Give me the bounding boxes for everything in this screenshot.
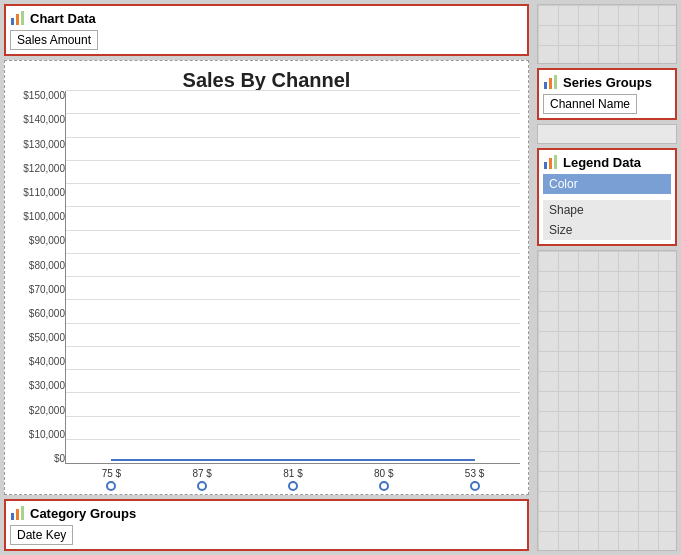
y-label-50k: $50,000 <box>9 333 65 343</box>
grid-line-5 <box>66 346 520 347</box>
series-groups-icon <box>543 74 559 90</box>
y-label-150k: $150,000 <box>9 91 65 101</box>
svg-rect-10 <box>549 158 552 169</box>
data-point-1: 75 $ <box>102 468 121 491</box>
y-axis: $0 $10,000 $20,000 $30,000 $40,000 $50,0… <box>9 91 65 464</box>
data-point-label-5: 53 $ <box>465 468 484 479</box>
grid-line-2 <box>66 416 520 417</box>
chart-data-icon <box>10 10 26 26</box>
y-label-60k: $60,000 <box>9 309 65 319</box>
data-point-dot-3 <box>288 481 298 491</box>
data-point-5: 53 $ <box>465 468 484 491</box>
legend-data-section: Legend Data Color Shape Size <box>537 148 677 246</box>
main-container: Chart Data Sales Amount Sales By Channel… <box>0 0 681 555</box>
chart-data-label: Chart Data <box>30 11 96 26</box>
svg-rect-2 <box>21 11 24 25</box>
category-groups-label: Category Groups <box>30 506 136 521</box>
svg-rect-6 <box>544 82 547 89</box>
series-groups-section: Series Groups Channel Name <box>537 68 677 120</box>
svg-rect-8 <box>554 75 557 89</box>
grid-line-9 <box>66 253 520 254</box>
data-point-label-2: 87 $ <box>192 468 211 479</box>
legend-data-header: Legend Data <box>543 154 671 170</box>
y-label-0: $0 <box>9 454 65 464</box>
chart-data-section: Chart Data Sales Amount <box>4 4 529 56</box>
series-groups-label: Series Groups <box>563 75 652 90</box>
svg-rect-9 <box>544 162 547 169</box>
grid-line-7 <box>66 299 520 300</box>
data-points-row: 75 $ 87 $ 81 $ 80 $ <box>66 468 520 491</box>
grid-line-3 <box>66 392 520 393</box>
grid-line-14 <box>66 137 520 138</box>
data-line <box>111 459 474 461</box>
y-label-80k: $80,000 <box>9 261 65 271</box>
y-label-70k: $70,000 <box>9 285 65 295</box>
category-groups-header: Category Groups <box>10 505 523 521</box>
channel-name-button[interactable]: Channel Name <box>543 94 637 114</box>
right-panel: Series Groups Channel Name Legend Data C… <box>533 0 681 555</box>
svg-rect-11 <box>554 155 557 169</box>
y-label-100k: $100,000 <box>9 212 65 222</box>
date-key-button[interactable]: Date Key <box>10 525 73 545</box>
grid-line-4 <box>66 369 520 370</box>
data-point-label-3: 81 $ <box>283 468 302 479</box>
grid-line-1 <box>66 439 520 440</box>
svg-rect-5 <box>21 506 24 520</box>
data-point-dot-5 <box>470 481 480 491</box>
grid-line-8 <box>66 276 520 277</box>
y-label-140k: $140,000 <box>9 115 65 125</box>
svg-rect-1 <box>16 14 19 25</box>
chart-inner: 75 $ 87 $ 81 $ 80 $ <box>65 91 520 464</box>
data-point-3: 81 $ <box>283 468 302 491</box>
grid-line-10 <box>66 230 520 231</box>
data-point-label-1: 75 $ <box>102 468 121 479</box>
mid-spacer <box>537 124 677 144</box>
data-point-dot-2 <box>197 481 207 491</box>
data-point-dot-4 <box>379 481 389 491</box>
grid-line-16 <box>66 90 520 91</box>
svg-rect-4 <box>16 509 19 520</box>
svg-rect-0 <box>11 18 14 25</box>
legend-data-icon <box>543 154 559 170</box>
grid-line-12 <box>66 183 520 184</box>
data-point-2: 87 $ <box>192 468 211 491</box>
svg-rect-7 <box>549 78 552 89</box>
svg-rect-3 <box>11 513 14 520</box>
grid-line-15 <box>66 113 520 114</box>
left-panel: Chart Data Sales Amount Sales By Channel… <box>0 0 533 555</box>
y-label-120k: $120,000 <box>9 164 65 174</box>
y-label-10k: $10,000 <box>9 430 65 440</box>
data-point-4: 80 $ <box>374 468 393 491</box>
data-point-label-4: 80 $ <box>374 468 393 479</box>
grid-line-6 <box>66 323 520 324</box>
legend-data-label: Legend Data <box>563 155 641 170</box>
data-point-dot-1 <box>106 481 116 491</box>
y-label-110k: $110,000 <box>9 188 65 198</box>
y-label-20k: $20,000 <box>9 406 65 416</box>
right-bottom-spacer <box>537 250 677 551</box>
y-label-40k: $40,000 <box>9 357 65 367</box>
grid-lines <box>66 91 520 463</box>
category-groups-section: Category Groups Date Key <box>4 499 529 551</box>
y-label-130k: $130,000 <box>9 140 65 150</box>
legend-item-color[interactable]: Color <box>543 174 671 194</box>
right-top-spacer <box>537 4 677 64</box>
y-label-90k: $90,000 <box>9 236 65 246</box>
series-groups-header: Series Groups <box>543 74 671 90</box>
grid-line-11 <box>66 206 520 207</box>
y-label-30k: $30,000 <box>9 381 65 391</box>
chart-area: Sales By Channel $0 $10,000 $20,000 $30,… <box>4 60 529 495</box>
sales-amount-button[interactable]: Sales Amount <box>10 30 98 50</box>
chart-data-header: Chart Data <box>10 10 523 26</box>
legend-item-size[interactable]: Size <box>543 220 671 240</box>
grid-line-13 <box>66 160 520 161</box>
category-groups-icon <box>10 505 26 521</box>
legend-item-shape[interactable]: Shape <box>543 200 671 220</box>
